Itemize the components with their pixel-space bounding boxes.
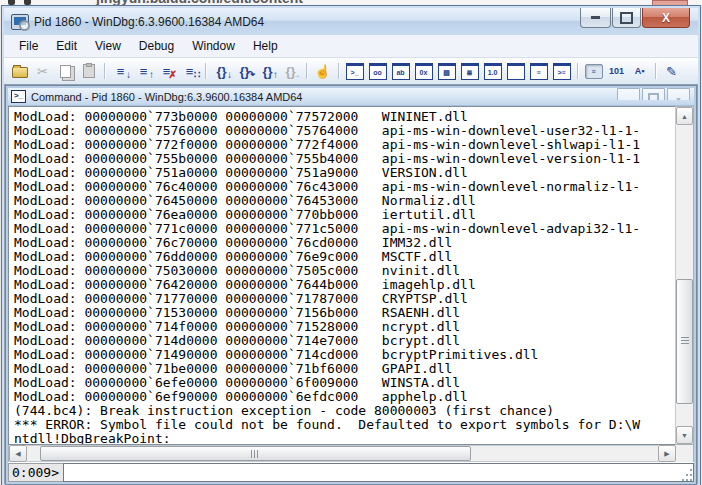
run-to-cursor-overlay-icon: →: [291, 70, 301, 80]
command-window-icon: >_: [11, 90, 26, 103]
console-line: ModLoad: 00000000`76420000 00000000`7644…: [14, 278, 675, 292]
call-stack-window-button[interactable]: ≣: [459, 61, 480, 81]
console-line: ModLoad: 00000000`751a0000 00000000`751a…: [14, 166, 675, 180]
minimize-button[interactable]: [580, 8, 611, 28]
watch-window-button[interactable]: oo: [367, 61, 388, 81]
console-line: ModLoad: 00000000`71530000 00000000`7156…: [14, 306, 675, 320]
horizontal-scrollbar[interactable]: ◀ ▶: [8, 445, 694, 462]
go-overlay-icon: ↓: [126, 70, 131, 80]
console-line: ModLoad: 00000000`76ea0000 00000000`770b…: [14, 208, 675, 222]
window-title: Pid 1860 - WinDbg:6.3.9600.16384 AMD64: [34, 15, 264, 29]
console-line: ModLoad: 00000000`771c0000 00000000`771c…: [14, 222, 675, 236]
console-line: ModLoad: 00000000`75760000 00000000`7576…: [14, 124, 675, 138]
command-close-button[interactable]: x: [667, 88, 690, 100]
open-source-file-icon: [12, 67, 28, 78]
console-line: ModLoad: 00000000`76c40000 00000000`76c4…: [14, 180, 675, 194]
maximize-button[interactable]: [612, 8, 641, 28]
step-out-button[interactable]: ↑{}: [257, 61, 278, 81]
registers-window-icon: 0x: [415, 63, 433, 80]
toolbar-separator: [577, 63, 578, 79]
scroll-right-button[interactable]: ▶: [658, 445, 676, 462]
close-button[interactable]: X: [642, 8, 690, 28]
stop-debugging-overlay-icon: ✗: [169, 70, 177, 80]
scroll-up-button[interactable]: ▲: [676, 107, 693, 125]
step-out-icon: {}: [262, 65, 272, 78]
menu-file[interactable]: File: [10, 37, 47, 55]
windbg-app-icon: [11, 14, 29, 30]
maximize-icon: [648, 93, 659, 100]
scroll-left-button[interactable]: ◀: [9, 445, 27, 462]
command-input-row: 0:009>: [8, 462, 694, 482]
open-source-file-button[interactable]: [9, 61, 30, 81]
toolbar-separator: [205, 63, 206, 79]
console-line: ModLoad: 00000000`714f0000 00000000`7152…: [14, 320, 675, 334]
paste-button: [78, 61, 99, 81]
options-button[interactable]: ✎: [661, 61, 682, 81]
console-line: ModLoad: 00000000`71770000 00000000`7178…: [14, 292, 675, 306]
registers-window-button[interactable]: 0x: [413, 61, 434, 81]
toolbar-separator: [306, 63, 307, 79]
console-line: ModLoad: 00000000`755b0000 00000000`755b…: [14, 152, 675, 166]
cut-button: ✂: [32, 61, 53, 81]
horizontal-scroll-track[interactable]: [27, 445, 658, 462]
maximize-icon: [620, 12, 633, 24]
menu-view[interactable]: View: [86, 37, 130, 55]
command-window-button[interactable]: >_: [344, 61, 365, 81]
console-line: *** ERROR: Symbol file could not be foun…: [14, 418, 675, 432]
stop-debugging-button[interactable]: ✗≡: [156, 61, 177, 81]
vertical-scroll-track[interactable]: [676, 125, 693, 426]
break-hand-icon: ☝: [314, 65, 330, 78]
detach-process-button[interactable]: ∷≡: [179, 61, 200, 81]
step-over-button[interactable]: ↷{}: [234, 61, 255, 81]
command-prompt: 0:009>: [8, 463, 63, 482]
scratch-pad-window-icon: [507, 63, 525, 80]
console-line: ModLoad: 00000000`772f0000 00000000`772f…: [14, 138, 675, 152]
command-minimize-button[interactable]: [617, 88, 640, 100]
close-icon: x: [676, 94, 680, 100]
locals-window-button[interactable]: ab: [390, 61, 411, 81]
step-into-icon: {}: [216, 65, 226, 78]
toolbar-separator: [104, 63, 105, 79]
process-thread-window-button[interactable]: >≡: [551, 61, 572, 81]
command-titlebar[interactable]: >_ Command - Pid 1860 - WinDbg:6.3.9600.…: [8, 88, 694, 106]
process-thread-window-icon: >≡: [553, 63, 571, 80]
console-line: ModLoad: 00000000`76dd0000 00000000`76e9…: [14, 250, 675, 264]
scratch-pad-window-button[interactable]: [505, 61, 526, 81]
horizontal-scroll-thumb[interactable]: [40, 446, 471, 461]
main-titlebar[interactable]: Pid 1860 - WinDbg:6.3.9600.16384 AMD64 X: [4, 8, 698, 35]
paste-icon: [83, 64, 95, 78]
break-hand-button[interactable]: ☝: [312, 61, 333, 81]
menu-edit[interactable]: Edit: [47, 37, 86, 55]
step-into-button[interactable]: ↓{}: [211, 61, 232, 81]
menu-help[interactable]: Help: [244, 37, 287, 55]
console-line: ModLoad: 00000000`6ef90000 00000000`6efd…: [14, 390, 675, 404]
resize-grip[interactable]: [680, 468, 693, 481]
minimize-icon: [591, 16, 600, 19]
vertical-scroll-thumb[interactable]: [676, 279, 693, 404]
vertical-scrollbar[interactable]: ▲ ▼: [675, 106, 694, 445]
detach-process-icon: ≡: [186, 65, 194, 78]
source-mode-toggle-button[interactable]: ≡: [583, 61, 604, 81]
command-input[interactable]: [63, 463, 694, 482]
memory-window-button[interactable]: ▤: [436, 61, 457, 81]
font-options-icon: A▪: [635, 67, 645, 76]
scroll-down-button[interactable]: ▼: [676, 426, 693, 444]
locals-window-icon: ab: [392, 63, 410, 80]
watch-window-icon: oo: [369, 63, 387, 80]
go-button[interactable]: ↓≡: [110, 61, 131, 81]
command-output: ModLoad: 00000000`773b0000 00000000`7757…: [8, 106, 675, 445]
command-maximize-button[interactable]: [642, 88, 665, 100]
disassembly-window-button[interactable]: 1.0: [482, 61, 503, 81]
source-window-icon: ≡: [530, 63, 548, 80]
console-line: ModLoad: 00000000`75030000 00000000`7505…: [14, 264, 675, 278]
source-window-button[interactable]: ≡: [528, 61, 549, 81]
step-over-overlay-icon: ↷: [247, 70, 255, 80]
font-options-button[interactable]: A▪: [629, 61, 650, 81]
menu-window[interactable]: Window: [183, 37, 244, 55]
menu-debug[interactable]: Debug: [130, 37, 183, 55]
assembly-options-button[interactable]: 101: [606, 61, 627, 81]
menubar: FileEditViewDebugWindowHelp: [4, 35, 698, 58]
assembly-options-icon: 101: [609, 67, 624, 76]
restart-button[interactable]: ↑≡: [133, 61, 154, 81]
close-icon: X: [662, 13, 670, 23]
